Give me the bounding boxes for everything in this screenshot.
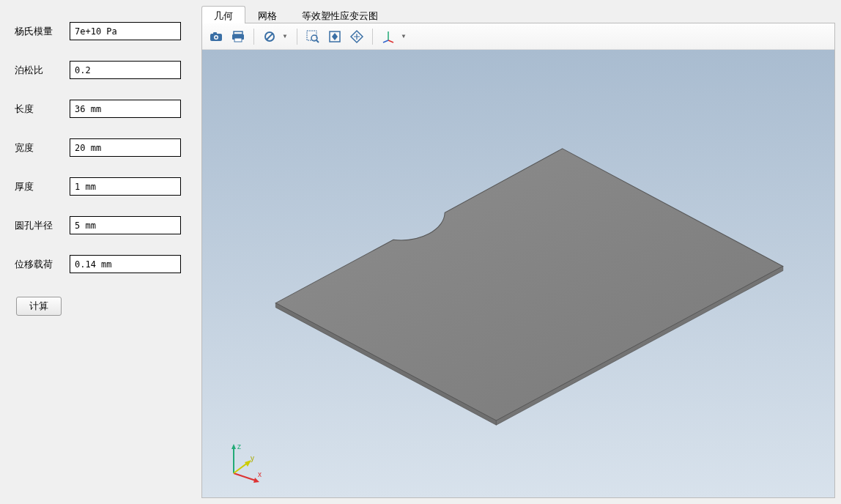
input-length[interactable]: [70, 100, 181, 118]
geometry-viewport[interactable]: z x y: [202, 50, 834, 497]
axis-x-label: x: [258, 470, 262, 478]
label-hole-radius: 圆孔半径: [15, 219, 70, 232]
viewport-toolbar: ▼ ▼: [202, 23, 834, 50]
input-thickness[interactable]: [70, 177, 181, 196]
tab-content-geometry: ▼ ▼: [201, 23, 835, 498]
result-panel: 几何 网格 等效塑性应变云图 ▼: [201, 0, 841, 504]
compute-button[interactable]: 计算: [16, 297, 62, 316]
input-poisson-ratio[interactable]: [70, 61, 181, 79]
input-youngs-modulus[interactable]: [70, 22, 181, 40]
chevron-down-icon[interactable]: ▼: [401, 33, 407, 40]
svg-marker-19: [253, 478, 259, 483]
print-icon[interactable]: [229, 27, 248, 46]
input-width[interactable]: [70, 138, 181, 157]
camera-icon[interactable]: [207, 27, 226, 46]
tab-plastic-strain[interactable]: 等效塑性应变云图: [289, 6, 390, 23]
svg-rect-6: [234, 38, 242, 42]
label-width: 宽度: [15, 141, 70, 155]
toolbar-separator: [372, 29, 373, 45]
zoom-window-icon[interactable]: [303, 27, 322, 46]
svg-line-15: [383, 40, 388, 42]
input-displacement-load[interactable]: [70, 255, 181, 273]
label-youngs-modulus: 杨氏模量: [15, 25, 70, 38]
svg-rect-4: [234, 32, 242, 34]
svg-line-8: [267, 33, 273, 40]
label-displacement-load: 位移载荷: [15, 258, 70, 271]
svg-rect-1: [213, 32, 217, 34]
svg-line-18: [234, 473, 256, 481]
svg-marker-17: [231, 444, 236, 449]
toolbar-separator: [253, 29, 254, 45]
input-hole-radius[interactable]: [70, 216, 181, 234]
axis-z-label: z: [237, 442, 241, 451]
tab-bar: 几何 网格 等效塑性应变云图: [201, 6, 835, 23]
parameter-panel: 杨氏模量 泊松比 长度 宽度 厚度 圆孔半径 位移载荷 计算: [0, 0, 201, 504]
toolbar-separator: [297, 29, 297, 45]
rotate-icon[interactable]: [347, 27, 366, 46]
axis-orient-icon[interactable]: [379, 27, 398, 46]
svg-point-3: [215, 36, 217, 38]
svg-line-11: [316, 40, 319, 42]
label-length: 长度: [15, 103, 70, 116]
plate-geometry: [202, 50, 834, 497]
chevron-down-icon[interactable]: ▼: [282, 33, 288, 40]
axis-y-label: y: [251, 454, 254, 462]
label-thickness: 厚度: [15, 180, 70, 193]
label-poisson-ratio: 泊松比: [15, 64, 70, 77]
tab-geometry[interactable]: 几何: [201, 6, 245, 23]
svg-line-14: [388, 40, 393, 42]
nodrop-icon[interactable]: [260, 27, 279, 46]
fit-view-icon[interactable]: [325, 27, 344, 46]
axis-triad: z x y: [223, 440, 267, 484]
tab-mesh[interactable]: 网格: [245, 6, 289, 23]
